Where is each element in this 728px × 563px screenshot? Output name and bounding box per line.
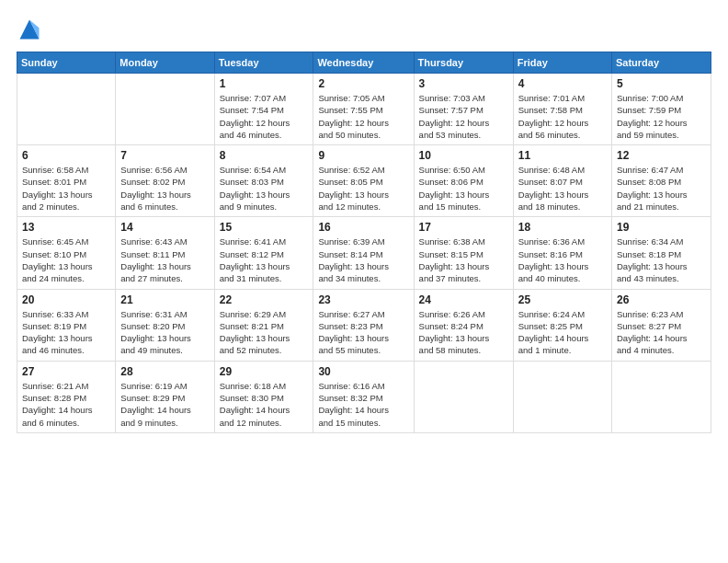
- weekday-header-friday: Friday: [513, 52, 611, 74]
- calendar-cell: [612, 361, 711, 432]
- calendar-week-row: 13Sunrise: 6:45 AM Sunset: 8:10 PM Dayli…: [17, 217, 711, 289]
- day-detail: Sunrise: 6:19 AM Sunset: 8:29 PM Dayligh…: [120, 380, 209, 429]
- calendar-cell: 15Sunrise: 6:41 AM Sunset: 8:12 PM Dayli…: [214, 217, 313, 289]
- day-number: 6: [22, 149, 110, 162]
- day-detail: Sunrise: 6:33 AM Sunset: 8:19 PM Dayligh…: [22, 308, 110, 357]
- day-detail: Sunrise: 6:36 AM Sunset: 8:16 PM Dayligh…: [518, 236, 607, 284]
- calendar-cell: [513, 361, 611, 432]
- header: [17, 17, 711, 42]
- calendar-cell: 26Sunrise: 6:23 AM Sunset: 8:27 PM Dayli…: [612, 289, 711, 361]
- day-number: 11: [518, 149, 607, 162]
- day-detail: Sunrise: 7:07 AM Sunset: 7:54 PM Dayligh…: [220, 92, 309, 141]
- weekday-header-thursday: Thursday: [414, 52, 513, 74]
- calendar-cell: 20Sunrise: 6:33 AM Sunset: 8:19 PM Dayli…: [17, 289, 116, 361]
- calendar-cell: 28Sunrise: 6:19 AM Sunset: 8:29 PM Dayli…: [116, 361, 214, 432]
- calendar-cell: 29Sunrise: 6:18 AM Sunset: 8:30 PM Dayli…: [214, 361, 313, 432]
- logo: [17, 17, 46, 42]
- day-detail: Sunrise: 6:18 AM Sunset: 8:30 PM Dayligh…: [220, 380, 309, 429]
- day-number: 3: [419, 77, 508, 90]
- day-number: 29: [220, 365, 309, 378]
- day-number: 15: [220, 221, 309, 234]
- calendar-cell: 24Sunrise: 6:26 AM Sunset: 8:24 PM Dayli…: [414, 289, 513, 361]
- calendar-cell: 9Sunrise: 6:52 AM Sunset: 8:05 PM Daylig…: [313, 145, 414, 217]
- calendar-cell: 3Sunrise: 7:03 AM Sunset: 7:57 PM Daylig…: [414, 74, 513, 145]
- calendar-cell: 5Sunrise: 7:00 AM Sunset: 7:59 PM Daylig…: [612, 74, 711, 145]
- calendar-cell: 27Sunrise: 6:21 AM Sunset: 8:28 PM Dayli…: [17, 361, 116, 432]
- calendar-cell: 7Sunrise: 6:56 AM Sunset: 8:02 PM Daylig…: [116, 145, 214, 217]
- day-number: 5: [617, 77, 706, 90]
- day-detail: Sunrise: 6:45 AM Sunset: 8:10 PM Dayligh…: [22, 236, 110, 284]
- day-detail: Sunrise: 6:48 AM Sunset: 8:07 PM Dayligh…: [518, 164, 607, 213]
- day-detail: Sunrise: 6:54 AM Sunset: 8:03 PM Dayligh…: [220, 164, 309, 213]
- day-number: 23: [318, 293, 408, 306]
- day-number: 12: [617, 149, 706, 162]
- day-detail: Sunrise: 6:38 AM Sunset: 8:15 PM Dayligh…: [419, 236, 508, 284]
- calendar-cell: 12Sunrise: 6:47 AM Sunset: 8:08 PM Dayli…: [612, 145, 711, 217]
- day-number: 2: [318, 77, 408, 90]
- weekday-header-tuesday: Tuesday: [214, 52, 313, 74]
- day-number: 20: [22, 293, 110, 306]
- calendar-cell: [414, 361, 513, 432]
- day-number: 18: [518, 221, 607, 234]
- calendar-cell: 21Sunrise: 6:31 AM Sunset: 8:20 PM Dayli…: [116, 289, 214, 361]
- calendar-cell: 4Sunrise: 7:01 AM Sunset: 7:58 PM Daylig…: [513, 74, 611, 145]
- day-number: 26: [617, 293, 706, 306]
- day-number: 10: [419, 149, 508, 162]
- calendar-cell: 19Sunrise: 6:34 AM Sunset: 8:18 PM Dayli…: [612, 217, 711, 289]
- day-detail: Sunrise: 6:47 AM Sunset: 8:08 PM Dayligh…: [617, 164, 706, 213]
- day-detail: Sunrise: 6:26 AM Sunset: 8:24 PM Dayligh…: [419, 308, 508, 357]
- calendar-cell: 6Sunrise: 6:58 AM Sunset: 8:01 PM Daylig…: [17, 145, 116, 217]
- day-number: 17: [419, 221, 508, 234]
- day-number: 25: [518, 293, 607, 306]
- day-number: 24: [419, 293, 508, 306]
- day-number: 8: [220, 149, 309, 162]
- day-detail: Sunrise: 6:29 AM Sunset: 8:21 PM Dayligh…: [220, 308, 309, 357]
- day-number: 7: [120, 149, 209, 162]
- calendar-cell: 14Sunrise: 6:43 AM Sunset: 8:11 PM Dayli…: [116, 217, 214, 289]
- day-number: 28: [120, 365, 209, 378]
- day-number: 19: [617, 221, 706, 234]
- weekday-header-row: SundayMondayTuesdayWednesdayThursdayFrid…: [17, 52, 711, 74]
- day-detail: Sunrise: 6:56 AM Sunset: 8:02 PM Dayligh…: [120, 164, 209, 213]
- day-number: 1: [220, 77, 309, 90]
- day-number: 30: [318, 365, 408, 378]
- calendar-week-row: 6Sunrise: 6:58 AM Sunset: 8:01 PM Daylig…: [17, 145, 711, 217]
- weekday-header-monday: Monday: [116, 52, 214, 74]
- calendar-table: SundayMondayTuesdayWednesdayThursdayFrid…: [17, 52, 711, 433]
- calendar-week-row: 1Sunrise: 7:07 AM Sunset: 7:54 PM Daylig…: [17, 74, 711, 145]
- day-number: 16: [318, 221, 408, 234]
- day-detail: Sunrise: 6:24 AM Sunset: 8:25 PM Dayligh…: [518, 308, 607, 357]
- weekday-header-saturday: Saturday: [612, 52, 711, 74]
- day-detail: Sunrise: 6:39 AM Sunset: 8:14 PM Dayligh…: [318, 236, 408, 284]
- calendar-cell: 16Sunrise: 6:39 AM Sunset: 8:14 PM Dayli…: [313, 217, 414, 289]
- day-detail: Sunrise: 7:00 AM Sunset: 7:59 PM Dayligh…: [617, 92, 706, 141]
- day-number: 27: [22, 365, 110, 378]
- day-detail: Sunrise: 6:23 AM Sunset: 8:27 PM Dayligh…: [617, 308, 706, 357]
- day-detail: Sunrise: 6:58 AM Sunset: 8:01 PM Dayligh…: [22, 164, 110, 213]
- day-detail: Sunrise: 7:03 AM Sunset: 7:57 PM Dayligh…: [419, 92, 508, 141]
- calendar-cell: 22Sunrise: 6:29 AM Sunset: 8:21 PM Dayli…: [214, 289, 313, 361]
- day-number: 4: [518, 77, 607, 90]
- day-detail: Sunrise: 6:50 AM Sunset: 8:06 PM Dayligh…: [419, 164, 508, 213]
- day-detail: Sunrise: 7:01 AM Sunset: 7:58 PM Dayligh…: [518, 92, 607, 141]
- calendar-cell: 17Sunrise: 6:38 AM Sunset: 8:15 PM Dayli…: [414, 217, 513, 289]
- calendar-cell: 1Sunrise: 7:07 AM Sunset: 7:54 PM Daylig…: [214, 74, 313, 145]
- calendar-cell: 2Sunrise: 7:05 AM Sunset: 7:55 PM Daylig…: [313, 74, 414, 145]
- calendar-cell: 13Sunrise: 6:45 AM Sunset: 8:10 PM Dayli…: [17, 217, 116, 289]
- day-number: 21: [120, 293, 209, 306]
- calendar-week-row: 20Sunrise: 6:33 AM Sunset: 8:19 PM Dayli…: [17, 289, 711, 361]
- logo-icon: [17, 17, 42, 42]
- calendar-cell: [116, 74, 214, 145]
- day-number: 13: [22, 221, 110, 234]
- day-detail: Sunrise: 6:43 AM Sunset: 8:11 PM Dayligh…: [120, 236, 209, 284]
- calendar-cell: 11Sunrise: 6:48 AM Sunset: 8:07 PM Dayli…: [513, 145, 611, 217]
- calendar-cell: 18Sunrise: 6:36 AM Sunset: 8:16 PM Dayli…: [513, 217, 611, 289]
- calendar-cell: 10Sunrise: 6:50 AM Sunset: 8:06 PM Dayli…: [414, 145, 513, 217]
- day-detail: Sunrise: 6:21 AM Sunset: 8:28 PM Dayligh…: [22, 380, 110, 429]
- day-number: 14: [120, 221, 209, 234]
- calendar-week-row: 27Sunrise: 6:21 AM Sunset: 8:28 PM Dayli…: [17, 361, 711, 432]
- day-detail: Sunrise: 6:52 AM Sunset: 8:05 PM Dayligh…: [318, 164, 408, 213]
- day-detail: Sunrise: 6:16 AM Sunset: 8:32 PM Dayligh…: [318, 380, 408, 429]
- calendar-cell: [17, 74, 116, 145]
- calendar-cell: 25Sunrise: 6:24 AM Sunset: 8:25 PM Dayli…: [513, 289, 611, 361]
